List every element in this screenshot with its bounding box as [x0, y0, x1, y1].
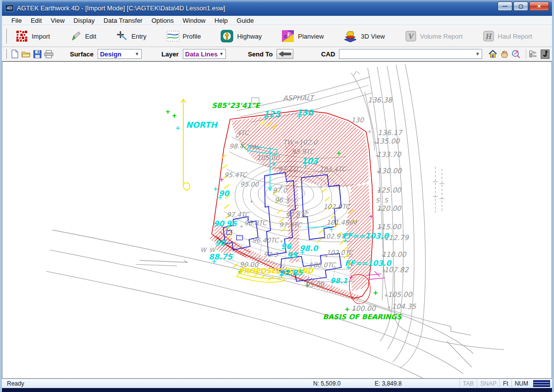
cad-label: 88.75: [209, 252, 233, 261]
send-to-button[interactable]: [277, 49, 293, 59]
maximize-button[interactable]: ▢: [513, 1, 528, 11]
cad-label: 101.4RIM: [327, 219, 358, 226]
edit-button[interactable]: Edit: [65, 28, 101, 44]
toolbar-grip[interactable]: [5, 29, 7, 43]
layer-value: Data Lines: [185, 50, 218, 58]
cad-label: FF==103.0: [345, 259, 392, 268]
cad-label: 90: [214, 219, 224, 228]
secondary-toolbar: Surface Design▼ Layer Data Lines▼ Send T…: [2, 47, 552, 61]
app-icon: 4D: [5, 4, 14, 12]
cad-label: 103: [301, 156, 319, 166]
cad-label: 90: [215, 239, 226, 247]
resize-grip[interactable]: [533, 380, 550, 387]
print-view-button[interactable]: Print View: [548, 28, 554, 45]
menu-file[interactable]: File: [7, 17, 26, 24]
open-file-button[interactable]: [21, 49, 31, 59]
volume-report-button[interactable]: V Volume Report: [400, 28, 467, 44]
chevron-down-icon: ▼: [475, 51, 480, 56]
cad-label: 95.00: [240, 181, 260, 188]
cad-label: 96: [281, 242, 292, 251]
menu-help[interactable]: Help: [210, 17, 232, 24]
menu-display[interactable]: Display: [69, 17, 99, 24]
planview-button[interactable]: c F Planview: [277, 28, 328, 45]
tab-indicator: TAB: [459, 380, 477, 388]
hook-tool-button[interactable]: [541, 49, 550, 59]
cad-label: 92.85: [279, 268, 303, 277]
surface-label: Surface: [70, 50, 94, 58]
cad-label: 103.4TC: [319, 165, 347, 173]
3dview-button[interactable]: 3D View: [339, 28, 389, 45]
menu-options[interactable]: Options: [147, 17, 178, 24]
close-button[interactable]: ✕: [529, 1, 549, 11]
surface-dropdown[interactable]: Design▼: [98, 49, 142, 59]
zoom-tool-button[interactable]: [511, 49, 521, 59]
cad-label: 98.1: [331, 277, 348, 285]
cad-label: S: [384, 197, 388, 204]
menu-window[interactable]: Window: [178, 17, 210, 24]
cad-label: 97.3TC: [279, 221, 302, 229]
cad-label: 133.70: [377, 150, 401, 158]
cad-label: 98.9TC: [291, 148, 315, 155]
chevron-down-icon: ▼: [219, 51, 223, 56]
haul-report-button[interactable]: H Haul Report: [478, 28, 537, 44]
cad-label: 96: [226, 219, 237, 228]
cad-dropdown[interactable]: ▼: [339, 49, 482, 59]
toolbar2-grip[interactable]: [5, 49, 7, 59]
entry-label: Entry: [131, 33, 146, 40]
cad-label: 136.38: [368, 96, 393, 104]
menu-guide[interactable]: Guide: [232, 17, 259, 24]
import-icon: [15, 30, 28, 43]
pan-hand-button[interactable]: [500, 49, 509, 59]
north-arrow: [181, 99, 190, 191]
site-plan-drawing[interactable]: NORTHS85°23'41"EASPHALT125130130136.3813…: [2, 62, 552, 378]
import-button[interactable]: Import: [11, 28, 55, 45]
planview-icon: c F: [281, 30, 294, 43]
cad-label: 135.00: [375, 137, 400, 145]
zoom-home-button[interactable]: [488, 49, 498, 59]
window-title: AGTEK Earthwork 4D - [Import Mode] [C:\A…: [17, 4, 225, 12]
status-message: Ready: [7, 380, 24, 387]
print-view-icon: [552, 30, 554, 43]
print-button[interactable]: [44, 49, 54, 59]
cad-label: 4TC: [237, 129, 250, 137]
cad-label: 96.3: [275, 196, 290, 204]
drawing-area[interactable]: NORTHS85°23'41"EASPHALT125130130136.3813…: [2, 61, 552, 379]
cad-label: 125: [264, 109, 281, 119]
planview-label: Planview: [298, 33, 324, 40]
cad-label: 95: [287, 251, 298, 260]
cad-label: 110.00: [382, 250, 406, 258]
numlock-indicator: NUM: [511, 380, 531, 388]
cad-label: 102.0TC: [327, 249, 354, 256]
layer-label: Layer: [162, 50, 179, 58]
cad-label: S85°23'41"E: [212, 101, 261, 109]
cad-label: 96.8TC: [244, 219, 268, 227]
cad-label: 130: [296, 108, 314, 117]
svg-text:H: H: [485, 32, 492, 41]
svg-text:F: F: [287, 32, 291, 38]
highway-button[interactable]: Highway: [216, 28, 266, 45]
left-arrow-icon: [278, 51, 291, 57]
import-label: Import: [32, 33, 50, 40]
cad-label: W: [200, 246, 207, 253]
profile-button[interactable]: Profile: [162, 28, 206, 44]
expand-decrease-toggle[interactable]: Ex De: [529, 49, 538, 59]
cad-label: 105.00: [388, 291, 412, 298]
cad-label: 93.3: [264, 251, 279, 258]
north-coordinate: N: 5,509.0: [313, 380, 340, 387]
cad-label: 95.4TC: [224, 171, 247, 179]
cad-label: 96.40TC: [252, 237, 280, 244]
menu-edit[interactable]: Edit: [26, 17, 46, 24]
save-button[interactable]: [33, 49, 42, 59]
cad-label: 136.17: [378, 129, 403, 137]
3dview-label: 3D View: [361, 33, 385, 40]
svg-text:V: V: [408, 32, 414, 41]
minimize-button[interactable]: —: [498, 1, 512, 11]
edit-icon: [70, 30, 82, 42]
menu-data-transfer[interactable]: Data Transfer: [99, 17, 147, 24]
menu-view[interactable]: View: [46, 17, 69, 24]
profile-label: Profile: [183, 33, 201, 40]
svg-text:De: De: [533, 54, 537, 57]
entry-button[interactable]: Entry: [111, 28, 151, 44]
layer-dropdown[interactable]: Data Lines▼: [183, 49, 226, 59]
new-file-button[interactable]: [11, 49, 19, 59]
